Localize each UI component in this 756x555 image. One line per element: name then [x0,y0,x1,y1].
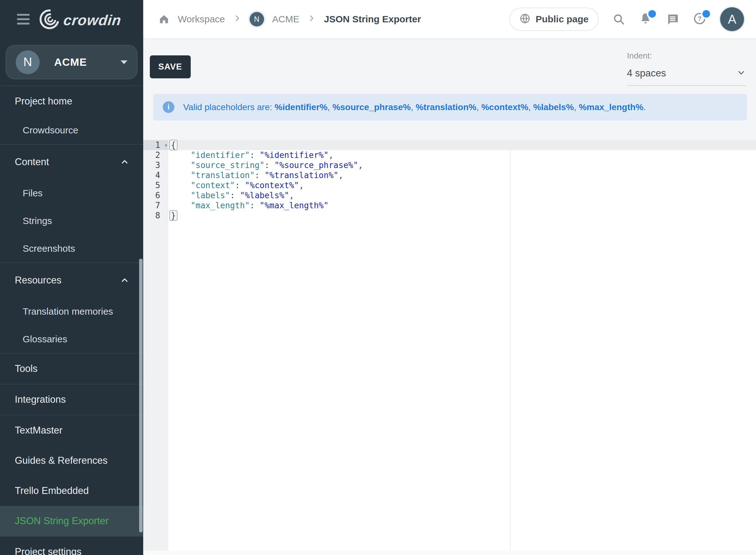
sidebar-item-trello-embedded[interactable]: Trello Embedded [0,476,143,506]
code-token: , [358,161,363,170]
code-line[interactable]: } [171,211,756,220]
banner-text: Valid placeholders are: %identifier%, %s… [183,102,646,112]
sidebar-group: Project homeCrowdsource [0,86,143,144]
sidebar-item-label: Trello Embedded [15,485,89,497]
sidebar-item-label: JSON String Exporter [15,515,109,527]
sidebar-scrollbar-thumb[interactable] [139,259,142,532]
code-token: "%max_length%" [260,201,329,210]
workspace-avatar: N [16,50,40,74]
svg-text:?: ? [698,15,702,22]
code-token: "context" [191,181,235,190]
sidebar-item-textmaster[interactable]: TextMaster [0,415,143,445]
user-avatar[interactable]: A [720,7,744,31]
code-line[interactable]: "translation": "%translation%", [171,170,756,180]
sidebar-item-label: Content [15,156,49,168]
breadcrumb-project[interactable]: ACME [272,14,300,25]
placeholder-token: %max_length% [579,102,643,112]
sidebar-item-label: Glossaries [23,334,67,344]
sidebar-item-strings[interactable]: Strings [0,207,143,235]
crowdin-logo[interactable]: crowdin [38,8,121,32]
code-token [171,171,191,180]
code-token: , [299,181,304,190]
sidebar-group: Tools [0,353,143,384]
line-number: 2 [143,150,168,160]
sidebar-item-label: Translation memories [23,306,113,317]
code-token [171,201,191,210]
line-number: 6 [143,190,168,201]
code-token: "labels" [191,191,230,200]
search-button[interactable] [613,13,625,26]
sidebar-group: TextMasterGuides & ReferencesTrello Embe… [0,415,143,536]
editor-hscroll-track [143,551,756,555]
indent-control: Indent: 4 spaces [627,51,746,86]
sidebar-item-crowdsource[interactable]: Crowdsource [0,117,143,144]
code-token: : [264,161,274,170]
sidebar-item-label: Crowdsource [23,125,78,136]
sidebar-item-integrations[interactable]: Integrations [0,384,143,415]
code-line[interactable]: "source_string": "%source_phrase%", [171,160,756,170]
indent-select[interactable]: 4 spaces [627,68,746,86]
public-page-label: Public page [536,14,589,25]
code-token [171,151,191,160]
code-line[interactable]: "labels": "%labels%", [171,190,756,201]
sidebar-item-json-string-exporter[interactable]: JSON String Exporter [0,506,143,536]
sidebar-item-label: Project home [15,96,72,107]
save-button[interactable]: SAVE [150,55,191,78]
crowdin-wordmark: crowdin [62,12,122,29]
code-line[interactable]: "identifier": "%identifier%", [171,150,756,160]
code-line[interactable]: "context": "%context%", [171,180,756,190]
line-number: 5 [143,180,168,190]
info-banner: i Valid placeholders are: %identifier%, … [153,94,747,121]
workspace-selector[interactable]: N ACME [6,45,137,79]
sidebar-item-guides-references[interactable]: Guides & References [0,445,143,476]
messages-button[interactable] [666,12,679,26]
code-token [171,161,191,170]
sidebar-item-glossaries[interactable]: Glossaries [0,325,143,353]
code-line[interactable]: "max_length": "%max_length%" [171,201,756,211]
workspace-name: ACME [54,56,87,68]
sidebar-item-screenshots[interactable]: Screenshots [0,235,143,262]
sidebar-item-label: Strings [23,216,52,226]
line-number: 7 [143,201,168,211]
sidebar-item-project-settings[interactable]: Project settings [0,537,143,555]
notification-badge [648,10,656,17]
header-actions: Public page ? A [509,0,744,38]
sidebar-item-project-home[interactable]: Project home [0,86,143,117]
main-content: SAVE Indent: 4 spaces i Valid placeholde… [143,39,756,555]
sidebar-item-label: Project settings [15,546,82,555]
sidebar-item-resources[interactable]: Resources [0,263,143,298]
hamburger-menu-icon[interactable] [17,14,30,25]
indent-label: Indent: [627,51,746,61]
sidebar-item-files[interactable]: Files [0,179,143,207]
placeholder-token: %labels% [533,102,574,112]
code-token: "max_length" [191,201,250,210]
sidebar-nav: Project homeCrowdsourceContentFilesStrin… [0,86,143,555]
code-token: "%identifier%" [260,151,329,160]
chevron-up-icon [120,157,129,167]
line-number: 3 [143,160,168,170]
sidebar-item-content[interactable]: Content [0,145,143,179]
code-token: , [338,171,343,180]
code-editor[interactable]: 1▾2345678 { "identifier": "%identifier%"… [143,140,756,555]
help-button[interactable]: ? [693,12,706,27]
home-icon[interactable] [158,13,170,25]
sidebar-item-tools[interactable]: Tools [0,354,143,384]
sidebar-item-label: Files [23,188,42,199]
editor-code-area[interactable]: { "identifier": "%identifier%", "source_… [171,140,756,220]
sidebar-group: Integrations [0,384,143,415]
chevron-down-icon [737,68,746,79]
crowdin-bird-icon [38,8,60,32]
breadcrumb-workspace[interactable]: Workspace [178,14,225,25]
fold-arrow-icon[interactable]: ▾ [164,140,168,150]
breadcrumb-project-badge: N [250,12,264,27]
indent-value: 4 spaces [627,68,666,79]
sidebar-item-translation-memories[interactable]: Translation memories [0,298,143,325]
notifications-button[interactable] [639,12,652,27]
line-number: 8 [143,211,168,220]
top-header: Workspace N ACME JSON String Exporter Pu… [143,0,756,39]
public-page-button[interactable]: Public page [509,7,599,31]
code-token: : [235,181,245,190]
editor-gutter: 1▾2345678 [143,140,168,555]
code-token: "source_string" [191,161,265,170]
code-line[interactable]: { [171,140,756,150]
